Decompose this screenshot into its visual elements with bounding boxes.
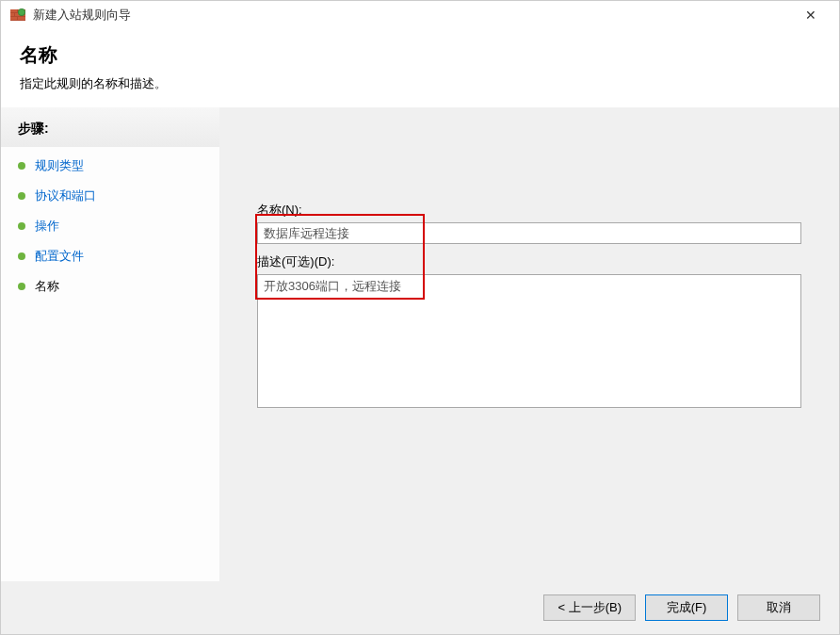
step-label: 规则类型 xyxy=(35,157,84,174)
cancel-button[interactable]: 取消 xyxy=(737,594,820,621)
description-input[interactable] xyxy=(257,274,801,408)
svg-rect-7 xyxy=(18,17,25,20)
step-bullet-icon xyxy=(18,162,25,170)
step-bullet-icon xyxy=(18,192,25,200)
step-label: 操作 xyxy=(35,218,59,235)
wizard-main: 名称(N): 描述(可选)(D): xyxy=(219,107,839,581)
name-group: 名称(N): xyxy=(257,202,801,244)
name-label: 名称(N): xyxy=(257,202,801,219)
back-button[interactable]: < 上一步(B) xyxy=(543,594,636,621)
step-action[interactable]: 操作 xyxy=(1,211,219,241)
window-title: 新建入站规则向导 xyxy=(33,7,792,24)
step-label: 名称 xyxy=(35,278,59,295)
svg-rect-3 xyxy=(10,13,14,16)
close-button[interactable]: ✕ xyxy=(792,8,830,23)
wizard-footer: < 上一步(B) 完成(F) 取消 xyxy=(1,581,839,634)
wizard-window: 新建入站规则向导 ✕ 名称 指定此规则的名称和描述。 步骤: 规则类型 协议和端… xyxy=(0,0,840,635)
page-subtitle: 指定此规则的名称和描述。 xyxy=(20,75,820,92)
step-rule-type[interactable]: 规则类型 xyxy=(1,151,219,181)
steps-sidebar: 步骤: 规则类型 协议和端口 操作 配置文件 名称 xyxy=(1,107,219,581)
wizard-body: 步骤: 规则类型 协议和端口 操作 配置文件 名称 xyxy=(1,107,839,581)
svg-rect-1 xyxy=(10,9,17,12)
finish-button[interactable]: 完成(F) xyxy=(645,594,728,621)
step-label: 配置文件 xyxy=(35,248,84,265)
step-bullet-icon xyxy=(18,252,25,260)
step-bullet-icon xyxy=(18,222,25,230)
firewall-icon xyxy=(10,8,25,23)
step-name[interactable]: 名称 xyxy=(1,271,219,301)
step-protocol-port[interactable]: 协议和端口 xyxy=(1,181,219,211)
svg-point-9 xyxy=(19,9,24,15)
step-bullet-icon xyxy=(18,283,25,290)
titlebar: 新建入站规则向导 ✕ xyxy=(1,1,839,29)
description-group: 描述(可选)(D): xyxy=(257,253,801,411)
wizard-header: 名称 指定此规则的名称和描述。 xyxy=(1,29,839,107)
step-label: 协议和端口 xyxy=(35,187,96,204)
step-profile[interactable]: 配置文件 xyxy=(1,241,219,271)
name-input[interactable] xyxy=(257,222,801,244)
svg-rect-6 xyxy=(10,17,17,20)
page-heading: 名称 xyxy=(20,42,820,68)
description-label: 描述(可选)(D): xyxy=(257,253,801,270)
steps-title: 步骤: xyxy=(1,117,219,147)
